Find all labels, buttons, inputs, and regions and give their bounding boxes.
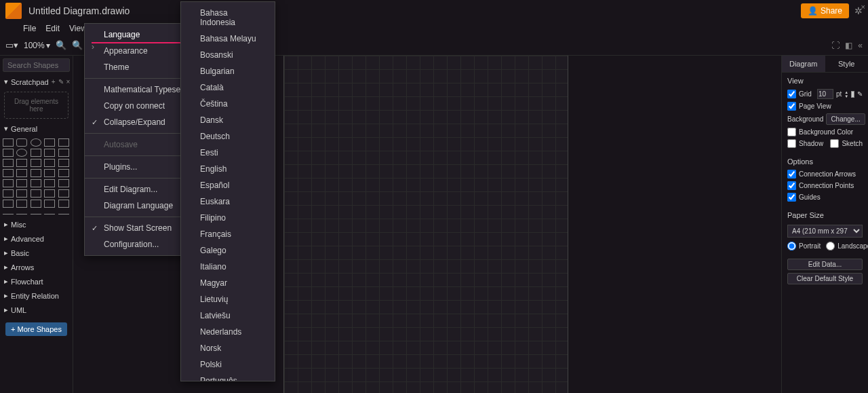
lang-catal-[interactable]: Català [181,79,275,96]
shape-item[interactable] [44,169,55,177]
category-entity-relation[interactable]: ▸Entity Relation [0,288,73,303]
pageview-checkbox[interactable] [787,102,796,111]
shape-item[interactable] [3,189,14,198]
scratchpad-edit-icon[interactable]: ✎ [58,78,64,86]
lang-italiano[interactable]: Italiano [181,259,275,275]
guides-checkbox[interactable] [787,193,796,202]
shape-item[interactable] [58,200,69,208]
document-title[interactable]: Untitled Diagram.drawio [28,5,801,16]
shape-item[interactable] [58,214,69,214]
shape-item[interactable] [58,189,69,198]
shape-item[interactable] [44,149,55,157]
shape-item[interactable] [44,159,55,167]
shape-item[interactable] [16,179,27,187]
share-button[interactable]: 👤Share [801,3,849,18]
lang-euskara[interactable]: Euskara [181,193,275,210]
category-advanced[interactable]: ▸Advanced [0,231,73,246]
shape-item[interactable] [44,179,55,187]
format-panel-icon[interactable]: ◧ [845,41,852,50]
lang-bahasa-melayu[interactable]: Bahasa Melayu [181,31,275,47]
search-shapes-input[interactable] [3,58,70,72]
scratchpad-close-icon[interactable]: × [66,78,71,86]
lang-latvie-u[interactable]: Latviešu [181,307,275,324]
lang-eesti[interactable]: Eesti [181,145,275,161]
lang-deutsch[interactable]: Deutsch [181,128,275,145]
shape-item[interactable] [3,214,14,214]
shape-item[interactable] [3,200,14,208]
lang-espa-ol[interactable]: Español [181,177,275,193]
shape-item[interactable] [31,149,41,157]
shape-item[interactable] [31,169,41,177]
fullscreen-icon[interactable]: ⛶ [831,41,840,50]
category-uml[interactable]: ▸UML [0,303,73,317]
zoom-select[interactable]: 100% ▾ [24,41,50,50]
sketch-checkbox[interactable] [830,139,839,148]
shape-item[interactable] [16,214,27,214]
shape-item[interactable] [31,159,41,167]
shape-item[interactable] [3,149,14,157]
lang-bahasa-indonesia[interactable]: Bahasa Indonesia [181,5,275,31]
lang-lietuvi-[interactable]: Lietuvių [181,291,275,307]
scratchpad-dropzone[interactable]: Drag elements here [4,92,68,119]
zoom-in-icon[interactable]: 🔍 [56,40,66,50]
lang-norsk[interactable]: Norsk [181,340,275,356]
shape-item[interactable] [16,149,27,157]
more-shapes-button[interactable]: + More Shapes [5,322,67,336]
lang-filipino[interactable]: Filipino [181,210,275,226]
lang-fran-ais[interactable]: Français [181,226,275,242]
menu-edit[interactable]: Edit [45,24,60,33]
pencil-icon[interactable]: ✎ [857,90,863,98]
shape-item[interactable] [3,169,14,177]
shape-item[interactable] [44,214,55,214]
category-flowchart[interactable]: ▸Flowchart [0,274,73,288]
shape-item[interactable] [3,138,14,147]
lang-polski[interactable]: Polski [181,356,275,373]
chevron-down-icon[interactable]: ▾ [4,77,8,86]
category-general[interactable]: ▾General [0,121,73,136]
shadow-checkbox[interactable] [787,139,796,148]
shape-item[interactable] [44,189,55,198]
collapse-icon[interactable]: « [858,41,863,50]
zoom-out-icon[interactable]: 🔍 [72,40,83,50]
landscape-radio[interactable] [826,242,835,250]
portrait-radio[interactable] [787,242,796,250]
paper-size-select[interactable]: A4 (210 mm x 297 mm) [787,225,863,238]
shape-item[interactable] [31,200,41,208]
shape-item[interactable] [31,138,41,147]
shape-item[interactable] [31,214,41,214]
shape-item[interactable] [58,169,69,177]
scratchpad-add-icon[interactable]: + [52,78,56,86]
category-misc[interactable]: ▸Misc [0,217,73,231]
bgcolor-checkbox[interactable] [787,128,796,136]
shape-item[interactable] [44,138,55,147]
grid-color-swatch[interactable] [851,91,854,98]
lang--e-tina[interactable]: Čeština [181,96,275,112]
shape-item[interactable] [58,159,69,167]
menu-file[interactable]: File [23,24,36,33]
lang-galego[interactable]: Galego [181,242,275,259]
shape-item[interactable] [58,149,69,157]
page[interactable] [283,56,568,393]
grid-size-input[interactable] [817,89,833,99]
page-menu-icon[interactable]: ▭▾ [5,40,18,50]
close-panel-icon[interactable]: × [861,3,865,11]
grid-checkbox[interactable] [787,90,796,98]
clear-style-button[interactable]: Clear Default Style [787,273,863,284]
shape-item[interactable] [16,159,27,167]
lang-nederlands[interactable]: Nederlands [181,324,275,340]
grid-stepper[interactable]: ▲▼ [844,90,848,98]
shape-item[interactable] [58,179,69,187]
shape-item[interactable] [44,200,55,208]
edit-data-button[interactable]: Edit Data... [787,259,863,270]
lang-bulgarian[interactable]: Bulgarian [181,63,275,79]
shape-item[interactable] [3,179,14,187]
lang-bosanski[interactable]: Bosanski [181,47,275,63]
lang-dansk[interactable]: Dansk [181,112,275,128]
shape-item[interactable] [16,200,27,208]
tab-diagram[interactable]: Diagram [782,56,825,72]
shape-item[interactable] [58,138,69,147]
shape-item[interactable] [31,189,41,198]
shape-item[interactable] [3,159,14,167]
tab-style[interactable]: Style [825,56,869,72]
shape-item[interactable] [16,169,27,177]
